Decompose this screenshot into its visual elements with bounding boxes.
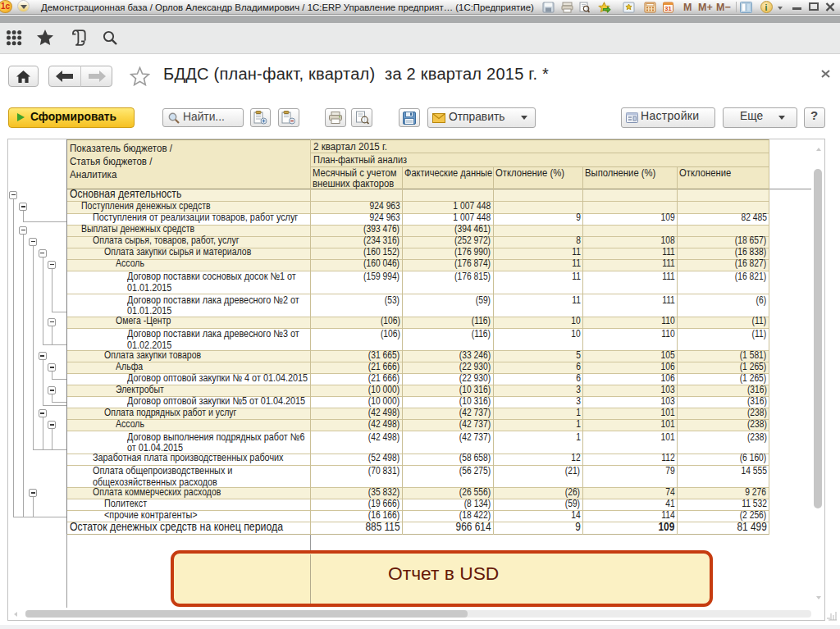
svg-text:31: 31	[664, 5, 671, 12]
